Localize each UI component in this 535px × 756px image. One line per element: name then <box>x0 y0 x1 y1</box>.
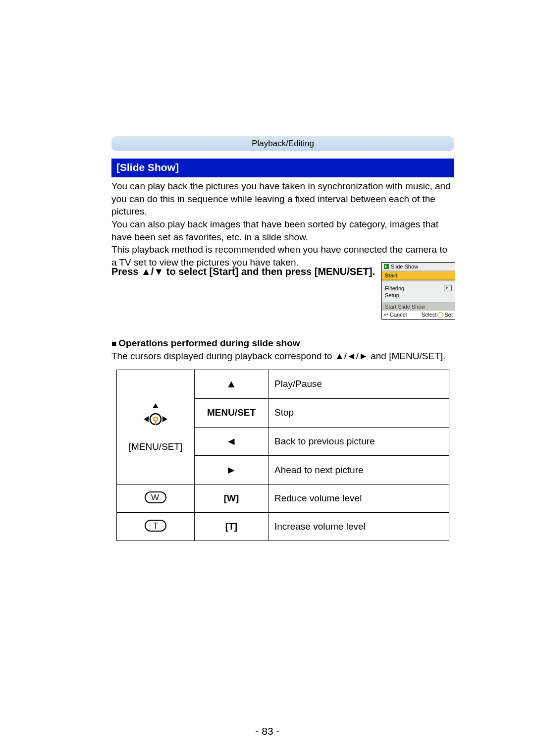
instruction-pre: Press <box>111 266 141 277</box>
manual-page: Playback/Editing [Slide Show] You can pl… <box>0 0 535 756</box>
key-cell: ◄ <box>195 427 268 456</box>
svg-marker-1 <box>144 416 149 422</box>
desc-cell: Reduce volume level <box>268 485 449 513</box>
instruction-post: to select [Start] and then press [MENU/S… <box>163 266 375 277</box>
screen-titlebar: Slide Show <box>382 263 455 271</box>
section-title: [Slide Show] <box>111 159 454 177</box>
key-cell: ► <box>195 456 268 485</box>
svg-marker-0 <box>153 403 159 408</box>
operations-header: ■Operations performed during slide show <box>111 338 300 349</box>
t-button-icon: T <box>145 520 166 532</box>
back-icon: ↩ <box>384 312 388 318</box>
operations-intro: The cursors displayed during playback co… <box>111 351 445 362</box>
menuset-label: [MENU/SET] <box>123 441 188 452</box>
screen-select: Select <box>422 312 437 318</box>
dpad-icon <box>141 402 170 437</box>
screen-title: Slide Show <box>391 264 418 270</box>
t-button-illustration-cell: T <box>117 513 195 541</box>
ops-intro-post: and [MENU/SET]. <box>368 351 445 361</box>
playback-mode-icon <box>384 264 389 269</box>
paragraph: You can also play back images that have … <box>111 218 454 243</box>
key-cell: MENU/SET <box>195 398 268 427</box>
desc-cell: Back to previous picture <box>268 427 449 456</box>
table-row: T [T] Increase volume level <box>117 513 449 541</box>
svg-point-4 <box>154 417 158 421</box>
operations-header-text: Operations performed during slide show <box>118 338 300 348</box>
screen-cancel: Cancel <box>390 312 407 318</box>
table-row: W [W] Reduce volume level <box>117 485 449 513</box>
screen-item-setup: Setup <box>385 292 399 298</box>
screen-item-filtering: Filtering <box>385 285 404 291</box>
body-text: You can play back the pictures you have … <box>111 180 454 269</box>
square-bullet-icon: ■ <box>111 339 116 348</box>
desc-cell: Play/Pause <box>268 370 449 399</box>
svg-marker-2 <box>162 416 167 422</box>
direction-arrows-icon: ▲/◄/► <box>335 351 368 361</box>
key-cell: ▲ <box>195 370 268 399</box>
key-cell: [T] <box>195 513 268 541</box>
desc-cell: Stop <box>268 398 449 427</box>
svg-text:T: T <box>153 521 158 531</box>
screen-footer: ↩Cancel SelectSet <box>382 311 455 319</box>
desc-cell: Ahead to next picture <box>268 456 449 485</box>
w-button-icon: W <box>145 491 166 503</box>
w-button-illustration-cell: W <box>117 485 195 513</box>
operations-table: [MENU/SET] ▲ Play/Pause MENU/SET Stop ◄ … <box>116 370 449 541</box>
joystick-icon <box>437 312 443 318</box>
up-down-arrow-icon: ▲/▼ <box>141 266 163 277</box>
screen-start-slide-show: Start Slide Show <box>382 303 455 311</box>
breadcrumb: Playback/Editing <box>111 136 454 151</box>
instruction: Press ▲/▼ to select [Start] and then pre… <box>111 266 375 277</box>
desc-cell: Increase volume level <box>268 513 449 541</box>
table-row: [MENU/SET] ▲ Play/Pause <box>117 370 449 399</box>
key-cell: [W] <box>195 485 268 513</box>
page-number: - 83 - <box>0 725 535 737</box>
ops-intro-pre: The cursors displayed during playback co… <box>111 351 335 361</box>
dpad-illustration-cell: [MENU/SET] <box>117 370 195 485</box>
camera-screen-preview: Slide Show Start Filtering Setup Start S… <box>381 262 455 320</box>
screen-item-start: Start <box>382 271 455 280</box>
playback-icon <box>444 285 452 291</box>
svg-text:W: W <box>151 493 159 502</box>
screen-set: Set <box>444 312 453 318</box>
paragraph: You can play back the pictures you have … <box>111 180 454 218</box>
